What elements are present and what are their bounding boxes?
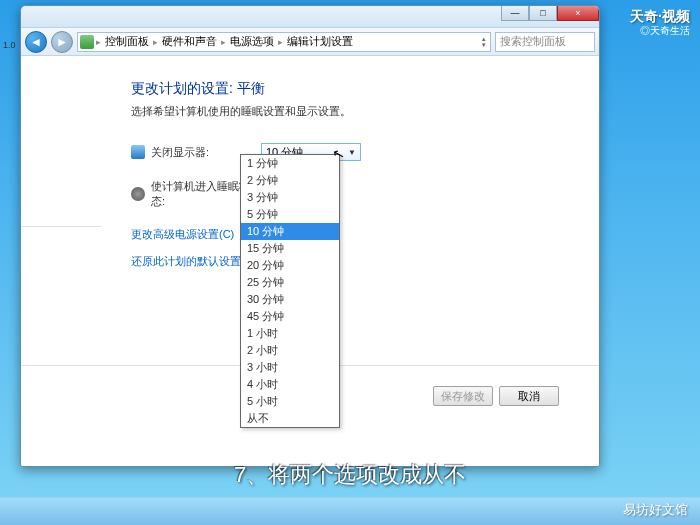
dropdown-option[interactable]: 5 分钟 xyxy=(241,206,339,223)
dropdown-option[interactable]: 15 分钟 xyxy=(241,240,339,257)
display-icon xyxy=(131,145,145,159)
sleep-row: 使计算机进入睡眠状态: xyxy=(131,179,569,209)
display-off-dropdown-list[interactable]: 1 分钟2 分钟3 分钟5 分钟10 分钟15 分钟20 分钟25 分钟30 分… xyxy=(240,154,340,428)
dropdown-option[interactable]: 25 分钟 xyxy=(241,274,339,291)
crumb-hardware[interactable]: 硬件和声音 xyxy=(158,34,221,49)
close-button[interactable]: × xyxy=(557,5,599,21)
dropdown-option[interactable]: 3 小时 xyxy=(241,359,339,376)
back-button[interactable]: ◄ xyxy=(25,31,47,53)
titlebar: — □ × xyxy=(21,6,599,28)
search-input[interactable]: 搜索控制面板 xyxy=(495,32,595,52)
content-area: 更改计划的设置: 平衡 选择希望计算机使用的睡眠设置和显示设置。 关闭显示器: … xyxy=(21,56,599,466)
maximize-button[interactable]: □ xyxy=(529,5,557,21)
back-arrow-icon: ◄ xyxy=(30,35,42,49)
dropdown-option[interactable]: 10 分钟 xyxy=(241,223,339,240)
window-controls: — □ × xyxy=(501,5,599,21)
advanced-settings-link[interactable]: 更改高级电源设置(C) xyxy=(131,227,569,242)
control-panel-icon xyxy=(80,35,94,49)
crumb-power[interactable]: 电源选项 xyxy=(226,34,278,49)
dropdown-option[interactable]: 5 小时 xyxy=(241,393,339,410)
cancel-button[interactable]: 取消 xyxy=(499,386,559,406)
chevron-down-icon: ▼ xyxy=(348,148,356,157)
dropdown-option[interactable]: 20 分钟 xyxy=(241,257,339,274)
dropdown-option[interactable]: 2 小时 xyxy=(241,342,339,359)
divider xyxy=(21,226,101,227)
dropdown-option[interactable]: 2 分钟 xyxy=(241,172,339,189)
forward-button[interactable]: ► xyxy=(51,31,73,53)
minimize-button[interactable]: — xyxy=(501,5,529,21)
sleep-icon xyxy=(131,187,145,201)
dropdown-option[interactable]: 1 分钟 xyxy=(241,155,339,172)
forward-arrow-icon: ► xyxy=(56,35,68,49)
page-subtitle: 选择希望计算机使用的睡眠设置和显示设置。 xyxy=(131,104,569,119)
crumb-control-panel[interactable]: 控制面板 xyxy=(101,34,153,49)
dropdown-option[interactable]: 3 分钟 xyxy=(241,189,339,206)
watermark-bottom: 易坊好文馆 xyxy=(623,501,688,519)
save-button[interactable]: 保存修改 xyxy=(433,386,493,406)
toolbar: ◄ ► ▸ 控制面板 ▸ 硬件和声音 ▸ 电源选项 ▸ 编辑计划设置 ▴▾ 搜索… xyxy=(21,28,599,56)
dropdown-option[interactable]: 30 分钟 xyxy=(241,291,339,308)
breadcrumb[interactable]: ▸ 控制面板 ▸ 硬件和声音 ▸ 电源选项 ▸ 编辑计划设置 ▴▾ xyxy=(77,32,491,52)
display-off-row: 关闭显示器: 10 分钟 ▼ xyxy=(131,143,569,161)
dropdown-option[interactable]: 从不 xyxy=(241,410,339,427)
crumb-edit-plan[interactable]: 编辑计划设置 xyxy=(283,34,357,49)
button-row: 保存修改 取消 xyxy=(433,386,559,406)
taskbar[interactable] xyxy=(0,497,700,525)
watermark-top2: ◎天奇生活 xyxy=(640,24,690,38)
tutorial-caption: 7、将两个选项改成从不 xyxy=(0,460,700,490)
dropdown-option[interactable]: 45 分钟 xyxy=(241,308,339,325)
dropdown-option[interactable]: 1 小时 xyxy=(241,325,339,342)
side-version: 1.0 xyxy=(3,40,16,50)
control-panel-window: — □ × ◄ ► ▸ 控制面板 ▸ 硬件和声音 ▸ 电源选项 ▸ 编辑计划设置… xyxy=(20,5,600,467)
dropdown-option[interactable]: 4 小时 xyxy=(241,376,339,393)
page-title: 更改计划的设置: 平衡 xyxy=(131,80,569,98)
restore-defaults-link[interactable]: 还原此计划的默认设置(R) xyxy=(131,254,569,269)
breadcrumb-dropdown[interactable]: ▴▾ xyxy=(482,36,486,48)
